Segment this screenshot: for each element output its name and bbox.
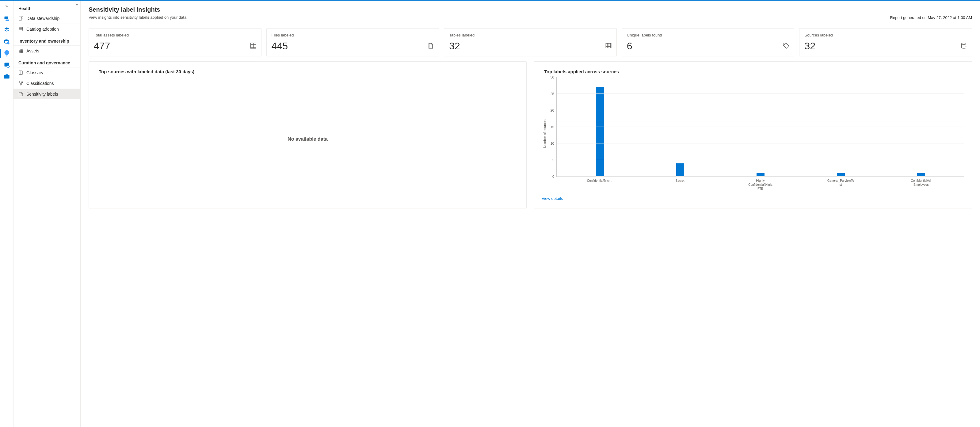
assets-icon	[18, 48, 23, 53]
table-icon	[605, 43, 611, 50]
svg-rect-1	[6, 20, 9, 21]
svg-rect-4	[6, 56, 7, 57]
metric-card[interactable]: Files labeled 445	[266, 28, 439, 56]
db-icon	[961, 43, 967, 50]
card-label: Files labeled	[272, 33, 434, 37]
y-tick: 30	[550, 75, 554, 79]
nav-group-curation: Curation and governance	[13, 56, 80, 67]
nav-label: Catalog adoption	[26, 27, 59, 32]
rail-icon-management[interactable]	[4, 73, 10, 80]
catalog-icon	[18, 27, 23, 32]
y-tick: 10	[550, 142, 554, 145]
grid-icon	[250, 43, 256, 50]
nav-label: Sensitivity labels	[26, 92, 58, 97]
nav-label: Assets	[26, 48, 39, 53]
no-data-message: No available data	[96, 77, 519, 201]
page-subtitle: View insights into sensitivity labels ap…	[89, 15, 188, 20]
y-tick: 15	[550, 125, 554, 129]
panel-top-sources: Top sources with labeled data (last 30 d…	[89, 61, 527, 209]
nav-group-health: Health	[13, 2, 80, 13]
svg-point-21	[21, 81, 23, 83]
svg-rect-9	[19, 17, 22, 20]
card-label: Tables labeled	[449, 33, 611, 37]
y-tick: 5	[552, 158, 554, 162]
metric-card[interactable]: Unique labels found 6	[622, 28, 795, 56]
card-value: 445	[272, 40, 288, 52]
metric-card[interactable]: Sources labeled 32	[799, 28, 972, 56]
nav-item-catalog-adoption[interactable]: Catalog adoption	[13, 24, 80, 34]
nav-group-inventory: Inventory and ownership	[13, 34, 80, 45]
chart-bar[interactable]	[596, 87, 604, 177]
nav-label: Classifications	[26, 81, 54, 86]
side-navigation: « Health Data stewardship Catalog adopti…	[13, 1, 81, 427]
card-label: Total assets labeled	[94, 33, 256, 37]
x-tick: Highly Confidential\Ninja FTE	[746, 179, 774, 191]
x-tick: Confidential\All Employees	[907, 179, 935, 191]
view-details-link[interactable]: View details	[542, 196, 964, 201]
card-label: Sources labeled	[804, 33, 967, 37]
svg-point-37	[784, 43, 785, 45]
card-value: 477	[94, 40, 110, 52]
report-timestamp: Report generated on May 27, 2022 at 1:00…	[890, 15, 972, 20]
nav-label: Data stewardship	[26, 16, 59, 21]
icon-rail: »	[0, 1, 13, 427]
panel-title: Top labels applied across sources	[542, 69, 964, 74]
rail-icon-insights[interactable]	[4, 50, 10, 56]
svg-point-20	[19, 81, 20, 83]
card-value: 32	[804, 40, 815, 52]
x-tick: General_PurviewTest	[827, 179, 854, 191]
metric-card[interactable]: Total assets labeled 477	[89, 28, 261, 56]
card-label: Unique labels found	[627, 33, 789, 37]
expand-rail-button[interactable]: »	[4, 2, 9, 10]
classifications-icon	[18, 81, 23, 86]
svg-point-38	[961, 43, 966, 45]
card-value: 6	[627, 40, 632, 52]
x-tick: Confidential\Micr...	[586, 179, 613, 191]
nav-item-classifications[interactable]: Classifications	[13, 78, 80, 89]
bar-chart: Number of sources 051015202530 Confident…	[542, 77, 964, 191]
rail-icon-data-map[interactable]	[4, 15, 10, 21]
svg-rect-11	[19, 27, 23, 31]
sensitivity-icon	[18, 92, 23, 97]
nav-item-glossary[interactable]: Glossary	[13, 67, 80, 78]
glossary-icon	[18, 70, 23, 75]
svg-point-3	[7, 42, 10, 45]
metric-cards-row: Total assets labeled 477 Files labeled 4…	[89, 28, 972, 56]
y-tick: 20	[550, 108, 554, 112]
collapse-nav-button[interactable]: «	[75, 2, 78, 7]
rail-icon-data-catalog[interactable]	[4, 27, 10, 33]
chart-bar[interactable]	[676, 163, 684, 177]
tag-icon	[783, 43, 789, 50]
nav-item-data-stewardship[interactable]: Data stewardship	[13, 13, 80, 24]
svg-point-22	[20, 84, 21, 85]
rail-icon-policy[interactable]	[4, 62, 10, 68]
y-tick: 0	[552, 175, 554, 178]
panel-top-labels: Top labels applied across sources Number…	[534, 61, 972, 209]
stewardship-icon	[18, 16, 23, 21]
svg-point-2	[4, 40, 8, 41]
nav-item-sensitivity-labels[interactable]: Sensitivity labels	[13, 89, 80, 99]
svg-rect-14	[19, 49, 23, 53]
panel-title: Top sources with labeled data (last 30 d…	[96, 69, 519, 74]
svg-line-24	[21, 83, 22, 84]
metric-card[interactable]: Tables labeled 32	[444, 28, 617, 56]
rail-icon-data-estate[interactable]	[4, 38, 10, 45]
y-tick: 25	[550, 92, 554, 96]
svg-line-23	[20, 83, 21, 84]
nav-label: Glossary	[26, 70, 43, 75]
svg-rect-7	[4, 75, 10, 78]
svg-point-6	[7, 65, 10, 68]
file-icon	[428, 43, 434, 50]
main-content: Sensitivity label insights View insights…	[81, 1, 980, 427]
svg-rect-8	[6, 75, 8, 76]
x-tick: Secret	[666, 179, 694, 191]
page-header: Sensitivity label insights View insights…	[81, 1, 980, 23]
svg-rect-0	[4, 16, 8, 19]
nav-item-assets[interactable]: Assets	[13, 45, 80, 56]
card-value: 32	[449, 40, 460, 52]
page-title: Sensitivity label insights	[89, 6, 188, 13]
svg-point-10	[21, 16, 23, 18]
